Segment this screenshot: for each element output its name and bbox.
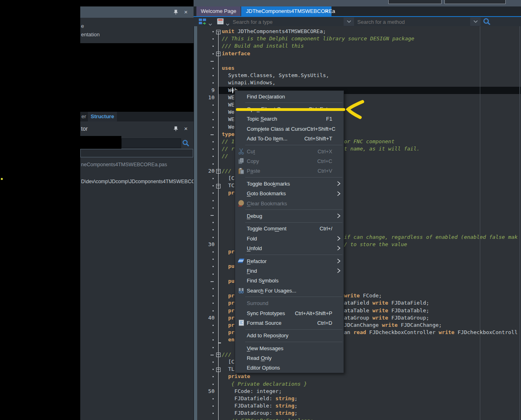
pin-icon[interactable]: [172, 125, 179, 132]
menu-item-label: Unfold: [247, 245, 262, 251]
search-icon[interactable]: [181, 139, 190, 149]
menu-item-fold[interactable]: Fold: [235, 234, 344, 243]
submenu-arrow-icon: [337, 191, 340, 197]
menu-item-toggle-comment[interactable]: Toggle CommentCtrl+/: [235, 224, 344, 234]
gutter-dot: [213, 200, 214, 201]
menu-item-sync-prototypes[interactable]: Sync PrototypesCtrl+Alt+Shift+P: [235, 308, 344, 318]
code-line-8[interactable]: winapi.Windows,: [194, 79, 521, 86]
menu-item-find-declaration[interactable]: Find Declaration: [235, 92, 344, 101]
code-line-7[interactable]: System.Classes, System.SysUtils,: [194, 72, 521, 79]
tab-structure[interactable]: Structure: [88, 112, 117, 121]
menu-item-format-source[interactable]: Format SourceCtrl+D: [235, 318, 344, 328]
menu-item-label: Debug: [247, 213, 262, 219]
editor-right-edge: [519, 26, 520, 420]
code-line-54[interactable]: // FJDCanBeEmpty: boolean;: [194, 417, 521, 420]
gutter-dot: [213, 112, 214, 113]
tab-close-icon[interactable]: ×: [325, 6, 328, 16]
code-line-4[interactable]: interface: [194, 50, 521, 57]
code-text: t name, as it will fail.: [344, 145, 420, 153]
gutter-dot: [213, 405, 214, 407]
tab-active-unit[interactable]: JDTheComponents4TMSWEBCOREa ×: [241, 6, 331, 16]
selected-list-row[interactable]: [80, 149, 193, 157]
menu-item-complete-class-at-cursor[interactable]: Complete Class at CursorCtrl+Shift+C: [235, 124, 344, 134]
code-text: pu: [222, 278, 234, 285]
censored-region-left: [0, 0, 80, 420]
gutter-dot: [213, 361, 214, 363]
type-search-input[interactable]: [232, 17, 338, 27]
code-line-2[interactable]: // This is the Delphi component library …: [194, 35, 521, 42]
gutter-dot: [213, 31, 214, 32]
gutter-dash: [210, 281, 214, 282]
menu-item-refactor[interactable]: Refactor: [235, 256, 344, 266]
gutter-dot: [213, 325, 214, 326]
menu-item-view-messages[interactable]: View Messages: [235, 343, 344, 353]
menu-item-find-symbols[interactable]: Find Symbols: [235, 276, 344, 286]
code-line-51[interactable]: FJDatafield: string;: [194, 395, 521, 402]
unit-view-icon[interactable]: [217, 18, 225, 27]
file-name-fragment[interactable]: neComponents4TMSWEBCOREa.pas: [81, 162, 167, 167]
code-line-53[interactable]: FJDataGroup: string;: [194, 410, 521, 417]
code-line-6[interactable]: uses: [194, 65, 521, 72]
panel-search-input[interactable]: [122, 139, 182, 148]
censored-region-top: [80, 0, 194, 6]
gutter-dash: [210, 61, 214, 62]
method-search-input[interactable]: [356, 17, 459, 27]
gutter-dot: [213, 148, 214, 150]
menu-item-debug[interactable]: Debug: [235, 211, 344, 221]
menu-item-label: Fold: [247, 236, 257, 242]
top-panel-body: e entation: [80, 18, 194, 43]
menu-item-topic-search[interactable]: Topic SearchF1: [235, 114, 344, 124]
code-line-3[interactable]: /// Build and install this: [194, 42, 521, 50]
menu-item-unfold[interactable]: Unfold: [235, 243, 344, 253]
menu-item-search-for-usages[interactable]: Search For Usages...: [235, 286, 344, 295]
menu-separator: [235, 144, 344, 146]
tab-label: JDTheComponents4TMSWEBCOREa: [246, 8, 335, 14]
code-text: pr: [222, 189, 234, 196]
gutter-dot: [213, 192, 214, 194]
editor-context-menu: Find DeclarationOpen File at CursorCtrl+…: [235, 90, 344, 373]
tab-welcome-page[interactable]: Welcome Page: [196, 6, 241, 16]
method-search-dropdown[interactable]: [470, 17, 481, 26]
menu-item-label: Complete Class at Cursor: [247, 126, 307, 132]
menu-item-label: Sync Prototypes: [247, 310, 285, 316]
code-text: // r: [222, 145, 234, 153]
menu-item-label: Read Only: [247, 355, 271, 361]
menu-item-clear-bookmarks: Clear Bookmarks: [235, 199, 344, 208]
menu-separator: [235, 101, 344, 104]
code-text: unit JDTheComponents4TMSWEBCOREa;: [222, 28, 326, 35]
menu-item-editor-options[interactable]: Editor Options: [235, 363, 344, 373]
editor-tab-bar: Welcome Page JDTheComponents4TMSWEBCOREa…: [194, 6, 521, 16]
submenu-arrow-icon: [337, 259, 340, 265]
tab-partial[interactable]: er: [80, 112, 86, 121]
code-line-52[interactable]: FJDataTable: string;: [194, 402, 521, 410]
code-line-48[interactable]: private: [194, 373, 521, 380]
gutter-dot: [213, 369, 214, 370]
code-text: / to store the value: [344, 241, 407, 248]
gutter-dot: [213, 339, 214, 341]
menu-item-find[interactable]: Find: [235, 266, 344, 276]
type-search-dropdown[interactable]: [344, 17, 354, 26]
code-line-49[interactable]: { Private declarations }: [194, 380, 521, 388]
close-icon[interactable]: ×: [182, 125, 190, 132]
menu-item-read-only[interactable]: Read Only: [235, 353, 344, 363]
code-line-5[interactable]: [194, 57, 521, 65]
panel-text-fragment: entation: [81, 31, 100, 38]
code-text: { Private declarations }: [222, 380, 307, 388]
close-icon[interactable]: ×: [182, 8, 190, 16]
menu-item-goto-bookmarks[interactable]: Goto Bookmarks: [235, 189, 344, 199]
menu-item-add-to-do-item[interactable]: Add To-Do Item...Ctrl+Shift+T: [235, 134, 344, 144]
code-text: ataGroup write FJDataGroup;: [344, 314, 429, 322]
gutter-dot: [213, 38, 214, 40]
refactor-icon: [237, 257, 246, 265]
menu-item-label: Add To-Do Item...: [247, 136, 288, 142]
gutter-dot: [213, 288, 214, 289]
menu-item-add-to-repository[interactable]: Add to Repository: [235, 331, 344, 341]
menu-item-toggle-bookmarks[interactable]: Toggle Bookmarks: [235, 179, 344, 188]
pin-icon[interactable]: [172, 8, 179, 16]
menu-item-label: Format Source: [247, 320, 281, 326]
code-text: ///: [222, 167, 234, 175]
code-line-50[interactable]: 50 FCode: integer;: [194, 388, 521, 395]
code-line-1[interactable]: unit JDTheComponents4TMSWEBCOREa;: [194, 28, 521, 35]
gutter-dot: [213, 237, 214, 238]
panel-search-field[interactable]: [121, 138, 181, 148]
